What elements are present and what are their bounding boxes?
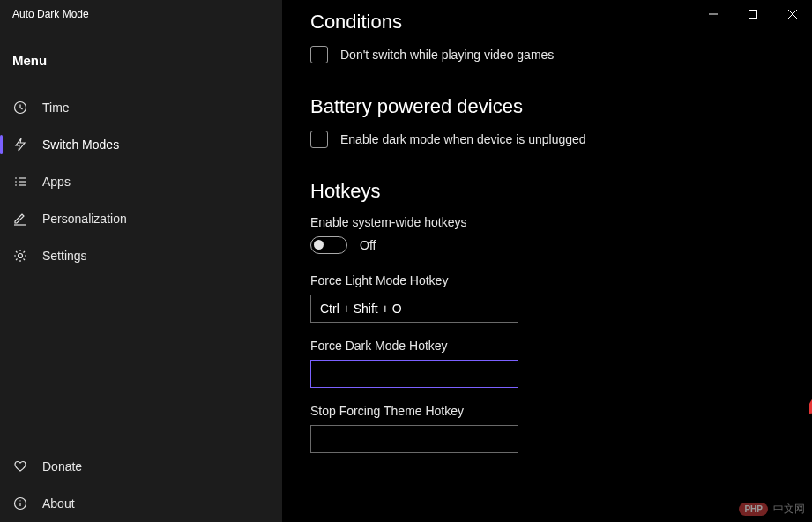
nav-item-apps[interactable]: Apps bbox=[0, 163, 282, 200]
checkbox-label: Don't switch while playing video games bbox=[340, 48, 554, 62]
lightning-icon bbox=[12, 137, 28, 153]
checkbox-row-video-games: Don't switch while playing video games bbox=[310, 46, 784, 63]
hotkey-label-dark: Force Dark Mode Hotkey bbox=[310, 339, 784, 353]
minimize-button[interactable] bbox=[693, 0, 733, 28]
nav-item-about[interactable]: About bbox=[0, 485, 282, 522]
menu-header: Menu bbox=[0, 39, 282, 89]
close-button[interactable] bbox=[772, 0, 812, 28]
enable-hotkeys-label: Enable system-wide hotkeys bbox=[310, 215, 784, 229]
info-icon bbox=[12, 496, 28, 511]
close-icon bbox=[788, 10, 797, 19]
checkbox-video-games[interactable] bbox=[310, 46, 328, 63]
hotkey-group-dark: Force Dark Mode Hotkey bbox=[310, 339, 784, 388]
nav-item-time[interactable]: Time bbox=[0, 89, 282, 126]
svg-point-15 bbox=[19, 500, 20, 501]
titlebar: Auto Dark Mode bbox=[0, 0, 812, 28]
edit-icon bbox=[12, 211, 28, 227]
nav-spacer bbox=[0, 274, 282, 448]
hotkey-group-light: Force Light Mode Hotkey bbox=[310, 273, 784, 323]
nav-item-label: Donate bbox=[42, 459, 82, 474]
minimize-icon bbox=[709, 10, 718, 19]
window-controls bbox=[693, 0, 812, 28]
nav-item-personalization[interactable]: Personalization bbox=[0, 200, 282, 237]
app-title: Auto Dark Mode bbox=[0, 8, 89, 20]
section-title-hotkeys: Hotkeys bbox=[310, 180, 784, 203]
maximize-icon bbox=[749, 10, 757, 19]
content-area: Conditions Don't switch while playing vi… bbox=[282, 0, 812, 522]
nav-item-label: Settings bbox=[42, 249, 87, 263]
watermark-text: 中文网 bbox=[773, 502, 805, 517]
nav-item-switch-modes[interactable]: Switch Modes bbox=[0, 126, 282, 163]
svg-point-12 bbox=[19, 254, 23, 258]
section-title-battery: Battery powered devices bbox=[310, 95, 784, 118]
checkbox-unplugged[interactable] bbox=[310, 130, 328, 148]
hotkey-label-light: Force Light Mode Hotkey bbox=[310, 273, 784, 287]
nav-item-label: Time bbox=[42, 101, 70, 115]
gear-icon bbox=[12, 248, 28, 264]
heart-icon bbox=[12, 459, 28, 474]
watermark: PHP 中文网 bbox=[739, 502, 805, 517]
toggle-row-hotkeys: Off bbox=[310, 236, 784, 254]
checkbox-label: Enable dark mode when device is unplugge… bbox=[340, 132, 586, 146]
section-battery: Battery powered devices Enable dark mode… bbox=[310, 95, 784, 148]
hotkey-input-stop[interactable] bbox=[310, 425, 518, 453]
toggle-state-label: Off bbox=[360, 238, 376, 252]
nav-item-label: Personalization bbox=[42, 212, 127, 226]
nav-item-label: Apps bbox=[42, 175, 71, 189]
nav-item-donate[interactable]: Donate bbox=[0, 448, 282, 485]
maximize-button[interactable] bbox=[733, 0, 772, 28]
hotkey-input-dark[interactable] bbox=[310, 360, 518, 388]
nav-item-settings[interactable]: Settings bbox=[0, 237, 282, 274]
nav-item-label: About bbox=[42, 496, 75, 511]
toggle-hotkeys[interactable] bbox=[310, 236, 347, 254]
checkbox-row-unplugged: Enable dark mode when device is unplugge… bbox=[310, 130, 784, 148]
nav-item-label: Switch Modes bbox=[42, 138, 119, 152]
list-icon bbox=[12, 174, 28, 190]
section-hotkeys: Hotkeys Enable system-wide hotkeys Off F… bbox=[310, 180, 784, 453]
hotkey-input-light[interactable] bbox=[310, 295, 518, 323]
hotkey-group-stop: Stop Forcing Theme Hotkey bbox=[310, 404, 784, 453]
clock-icon bbox=[12, 100, 28, 116]
watermark-badge: PHP bbox=[739, 503, 768, 516]
nav-bottom: Donate About bbox=[0, 448, 282, 522]
hotkey-label-stop: Stop Forcing Theme Hotkey bbox=[310, 404, 784, 418]
sidebar: Menu Time Switch Modes Apps bbox=[0, 0, 282, 522]
nav-top: Time Switch Modes Apps Personalization bbox=[0, 89, 282, 274]
app-root: Auto Dark Mode Menu Time bbox=[0, 0, 812, 522]
svg-rect-1 bbox=[749, 11, 756, 19]
